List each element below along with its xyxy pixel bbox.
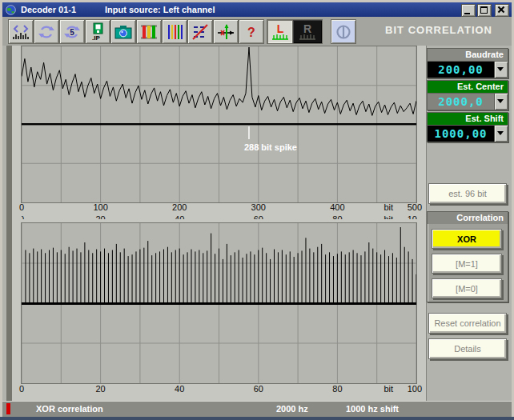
color-lines-view-button[interactable] <box>162 19 187 44</box>
axis-tick-label: 300 <box>251 202 266 212</box>
axis-tick-label: 20 <box>95 384 105 394</box>
axis-tick-label: 400 <box>330 202 344 212</box>
svg-text:L: L <box>276 22 283 35</box>
axis-tick-label: 100 <box>408 214 417 219</box>
axis-tick-label: 500 <box>408 202 422 212</box>
clipped-x-axis: 020406080100bit <box>22 214 417 219</box>
refresh-button[interactable] <box>34 19 59 44</box>
rgb-bars-view-button[interactable] <box>136 19 162 44</box>
svg-text:?: ? <box>247 26 255 39</box>
grid-off-icon <box>191 23 209 41</box>
window-bottom-edge <box>0 417 514 420</box>
spike-annotation: 288 bit spike <box>244 142 297 152</box>
right-channel-icon: R <box>297 22 318 42</box>
window-title: Decoder 01-1 <box>21 5 76 14</box>
status-mode: XOR correlation <box>36 404 103 414</box>
axis-tick-label: 40 <box>175 384 184 394</box>
est-shift-dropdown-button[interactable] <box>494 126 508 142</box>
left-edge-strip <box>6 46 12 401</box>
maximize-icon <box>480 6 488 14</box>
status-shift: 1000 hz shift <box>346 404 399 414</box>
axis-tick-label: 80 <box>332 214 342 219</box>
close-button[interactable] <box>495 4 509 17</box>
bit-correlation-chart: 288 bit spike <box>21 46 417 203</box>
est-shift-group: Est. Shift 1000,00 <box>427 112 508 142</box>
top-chart-x-axis: 0100200300400500bit <box>22 202 417 214</box>
maximize-button[interactable] <box>477 4 492 17</box>
axis-tick-label: 60 <box>254 384 263 394</box>
correlation-header: Correlation <box>428 212 508 224</box>
baudrate-value[interactable]: 200,00 <box>428 62 494 78</box>
axis-unit-label: bit <box>383 214 393 219</box>
spectrum-icon <box>11 23 30 41</box>
est-96-bit-button[interactable]: est. 96 bit <box>428 183 507 204</box>
svg-text:.IP: .IP <box>92 34 100 42</box>
svg-text:R: R <box>303 22 311 35</box>
snapshot-button[interactable] <box>110 19 136 44</box>
details-button[interactable]: Details <box>428 338 507 359</box>
svg-text:5: 5 <box>70 28 74 37</box>
statusbar: XOR correlation 2000 hz 1000 hz shift <box>2 401 512 417</box>
m1-button[interactable]: [M=1] <box>432 254 502 274</box>
est-center-label: Est. Center <box>428 81 508 93</box>
est-shift-label: Est. Shift <box>428 113 508 125</box>
toolbar: 5 .IP <box>2 17 512 46</box>
axis-tick-label: 60 <box>254 214 263 219</box>
est-center-group: Est. Center 2000,0 <box>427 80 508 110</box>
record-indicator <box>6 403 10 414</box>
titlebar[interactable]: Decoder 01-1 Input source: Left channel <box>2 2 512 17</box>
axis-tick-label: 40 <box>175 214 184 219</box>
xor-correlation-chart <box>21 222 417 384</box>
rgb-bars-icon <box>139 23 159 41</box>
app-globe-icon <box>6 5 16 15</box>
baudrate-dropdown-button[interactable] <box>494 62 508 78</box>
main-area: 288 bit spike 0100200300400500bit 020406… <box>2 46 512 401</box>
minimize-button[interactable] <box>461 4 476 17</box>
axis-unit-label: bit <box>383 202 393 212</box>
page-title: BIT CORRELATION <box>385 24 492 36</box>
help-icon: ? <box>245 23 258 41</box>
grid-toggle-button[interactable] <box>187 19 213 44</box>
camera-icon <box>114 24 133 40</box>
axis-tick-label: 0 <box>19 384 24 394</box>
est-center-dropdown-button[interactable] <box>494 94 508 110</box>
m0-button[interactable]: [M=0] <box>432 278 502 298</box>
status-frequency: 2000 hz <box>276 404 308 414</box>
axis-tick-label: 100 <box>408 384 422 394</box>
axes-icon <box>216 23 235 41</box>
baudrate-label: Baudrate <box>428 49 508 61</box>
left-channel-button[interactable]: L <box>267 19 293 44</box>
axis-tick-label: 100 <box>93 202 107 212</box>
right-channel-button[interactable]: R <box>292 19 323 44</box>
correlation-group: Correlation XOR [M=1] [M=0] <box>427 211 508 302</box>
axis-tick-label: 0 <box>22 214 24 219</box>
axis-tick-label: 0 <box>19 202 24 212</box>
left-channel-icon: L <box>271 22 290 42</box>
axis-tick-label: 200 <box>172 202 187 212</box>
est-center-value[interactable]: 2000,0 <box>428 94 494 110</box>
window-subtitle: Input source: Left channel <box>105 5 215 14</box>
bottom-chart-x-axis: 020406080100bit <box>22 384 417 395</box>
help-button[interactable]: ? <box>239 19 264 44</box>
minimize-icon <box>464 13 470 14</box>
chart-panel: 288 bit spike 0100200300400500bit 020406… <box>12 46 427 401</box>
axes-settings-button[interactable] <box>213 19 239 44</box>
phase-icon <box>335 23 352 41</box>
axis-tick-label: 80 <box>332 384 342 394</box>
axis-unit-label: bit <box>383 384 393 394</box>
est-shift-value[interactable]: 1000,00 <box>428 126 494 142</box>
phase-view-button[interactable] <box>331 19 356 44</box>
spectrum-view-button[interactable] <box>8 19 34 44</box>
refresh-interval-button[interactable]: 5 <box>59 19 85 44</box>
save-ip-button[interactable]: .IP <box>85 19 110 44</box>
axis-tick-label: 20 <box>95 214 105 219</box>
reset-correlation-button[interactable]: Reset correlation <box>428 313 507 334</box>
save-floppy-icon: .IP <box>89 22 106 42</box>
color-lines-icon <box>166 23 183 41</box>
xor-button[interactable]: XOR <box>432 229 502 249</box>
baudrate-group: Baudrate 200,00 <box>427 48 508 78</box>
refresh-interval-icon: 5 <box>63 23 81 41</box>
application-window: Decoder 01-1 Input source: Left channel <box>0 0 514 420</box>
refresh-icon <box>38 23 55 41</box>
